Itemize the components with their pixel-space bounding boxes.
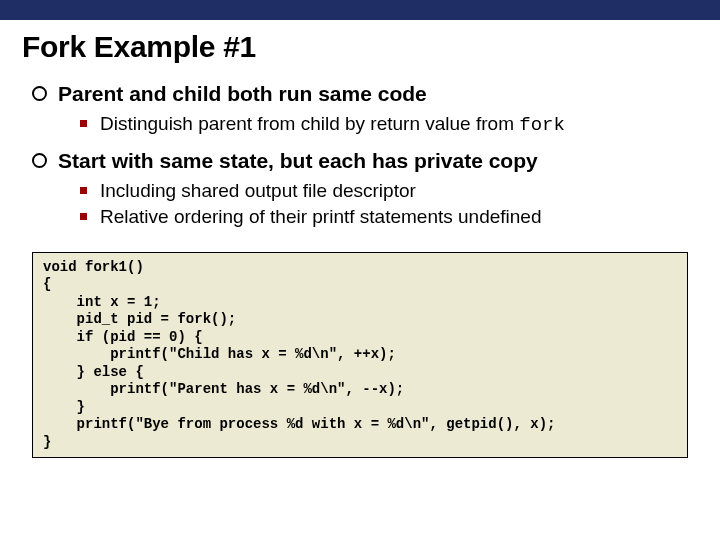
list-item: Parent and child both run same code Dist… [32, 80, 698, 139]
sub-text: Relative ordering of their printf statem… [100, 206, 541, 227]
slide-body: Fork Example #1 Parent and child both ru… [0, 20, 720, 458]
sub-list: Distinguish parent from child by return … [58, 111, 698, 139]
list-item: Relative ordering of their printf statem… [80, 204, 698, 230]
inline-code: fork [519, 114, 565, 136]
sub-list: Including shared output file descriptor … [58, 178, 698, 229]
slide-title: Fork Example #1 [22, 30, 698, 64]
title-bar [0, 0, 720, 20]
bullet-label: Parent and child both run same code [58, 80, 698, 107]
list-item: Distinguish parent from child by return … [80, 111, 698, 139]
list-item: Start with same state, but each has priv… [32, 147, 698, 230]
sub-text: Including shared output file descriptor [100, 180, 416, 201]
list-item: Including shared output file descriptor [80, 178, 698, 204]
code-block: void fork1() { int x = 1; pid_t pid = fo… [32, 252, 688, 459]
bullet-label: Start with same state, but each has priv… [58, 147, 698, 174]
bullet-list: Parent and child both run same code Dist… [22, 80, 698, 230]
sub-text: Distinguish parent from child by return … [100, 113, 519, 134]
